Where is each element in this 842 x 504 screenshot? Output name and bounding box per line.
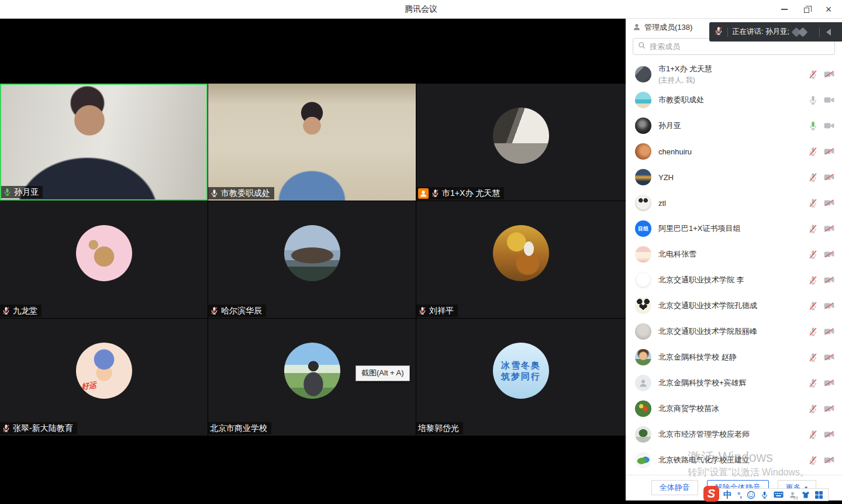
member-avatar — [635, 143, 651, 160]
mic-toggle-icon[interactable] — [808, 378, 818, 388]
member-name: 市1+X办 尤天慧 — [658, 64, 808, 74]
video-tile[interactable]: 刘祥平 — [416, 201, 626, 318]
camera-toggle-icon[interactable] — [824, 225, 834, 232]
member-avatar — [635, 426, 651, 443]
member-avatar — [635, 195, 651, 211]
camera-toggle-icon[interactable] — [824, 379, 834, 386]
camera-toggle-icon[interactable] — [824, 96, 834, 103]
keyboard-icon[interactable] — [774, 491, 784, 498]
camera-toggle-icon[interactable] — [824, 354, 834, 361]
account-icon[interactable]: 28 — [789, 491, 796, 499]
member-name: 北京金隅科技学校 赵静 — [658, 352, 808, 363]
camera-toggle-icon[interactable] — [824, 302, 834, 309]
camera-toggle-icon[interactable] — [824, 199, 834, 206]
video-tile[interactable]: 孙月亚 — [0, 84, 208, 201]
member-row[interactable]: 北京交通职业技术学院孔德成 — [626, 293, 842, 319]
member-row[interactable]: 北京商贸学校苗冰 — [626, 396, 842, 422]
search-input[interactable] — [650, 42, 830, 51]
camera-toggle-icon[interactable] — [824, 277, 834, 284]
member-row[interactable]: chenhuiru — [626, 139, 842, 164]
participant-name-label: 孙月亚 — [1, 186, 43, 198]
meeting-logo-icon — [792, 26, 815, 39]
mic-toggle-icon[interactable] — [808, 455, 818, 465]
member-avatar — [635, 118, 651, 134]
main-area: 孙月亚 市教委职成处 市1+X办 尤天慧 九龙堂 哈尔滨华辰 刘祥平好运 张翠-… — [0, 19, 842, 504]
mic-toggle-icon[interactable] — [808, 224, 818, 234]
video-tile[interactable]: 好运 张翠-新大陆教育 — [0, 319, 208, 436]
member-row[interactable]: 北京金隅科技学校+宾雄辉 — [626, 370, 842, 396]
member-avatar — [635, 401, 651, 417]
video-tile[interactable]: 哈尔滨华辰 — [208, 201, 416, 318]
member-row[interactable]: 北京交通职业技术学院殷丽峰 — [626, 319, 842, 344]
mic-toggle-icon[interactable] — [808, 327, 818, 337]
mute-all-button[interactable]: 全体静音 — [651, 480, 698, 495]
member-avatar — [635, 323, 651, 340]
voice-input-icon[interactable] — [761, 491, 768, 499]
restore-button[interactable] — [795, 0, 817, 19]
window-title: 腾讯会议 — [0, 0, 842, 18]
participant-name-label: 培黎郭岱光 — [416, 422, 463, 434]
mic-toggle-icon[interactable] — [808, 172, 818, 182]
mic-toggle-icon[interactable] — [808, 95, 818, 105]
mic-toggle-icon[interactable] — [808, 275, 818, 285]
participant-name-label: 北京市商业学校 — [208, 422, 271, 434]
collapse-arrow-icon[interactable] — [826, 29, 831, 36]
member-name: 北京铁路电气化学校王建立 — [658, 455, 808, 465]
mic-toggle-icon[interactable] — [808, 70, 818, 80]
camera-toggle-icon[interactable] — [824, 405, 834, 412]
video-tile[interactable]: 九龙堂 — [0, 201, 208, 318]
member-row[interactable]: 北电科张雪 — [626, 241, 842, 267]
camera-toggle-icon[interactable] — [824, 328, 834, 335]
toolbox-icon[interactable] — [815, 491, 823, 499]
camera-toggle-icon[interactable] — [824, 71, 834, 78]
member-row[interactable]: 北京铁路电气化学校王建立 — [626, 447, 842, 473]
mic-status-icon — [3, 188, 12, 196]
mic-toggle-icon[interactable] — [808, 404, 818, 414]
ime-punctuation[interactable]: °, — [737, 491, 741, 499]
camera-toggle-icon[interactable] — [824, 148, 834, 155]
member-avatar: 目组 — [635, 220, 651, 237]
member-avatar — [635, 452, 651, 468]
search-icon — [638, 42, 646, 52]
participant-name-label: 九龙堂 — [0, 305, 42, 317]
skin-icon[interactable] — [802, 491, 810, 499]
video-tile[interactable]: 冰雪冬奥筑梦同行培黎郭岱光 — [416, 319, 626, 436]
mic-toggle-icon[interactable] — [808, 198, 818, 208]
mic-toggle-icon[interactable] — [808, 353, 818, 363]
member-row[interactable]: 孙月亚 — [626, 113, 842, 139]
camera-toggle-icon[interactable] — [824, 174, 834, 181]
tencent-meeting-window: { "window": { "title": "腾讯会议" }, "toast"… — [0, 0, 842, 504]
member-row[interactable]: 北京市经济管理学校应老师 — [626, 422, 842, 447]
mic-toggle-icon[interactable] — [808, 121, 818, 131]
member-avatar — [635, 66, 651, 82]
member-avatar — [635, 272, 651, 288]
participant-name-label: 市教委职成处 — [208, 187, 274, 199]
ime-mode-chinese[interactable]: 中 — [723, 489, 732, 500]
member-row[interactable]: 北京交通职业技术学院 李 — [626, 267, 842, 293]
close-button[interactable]: × — [817, 0, 840, 19]
video-tile[interactable]: 市教委职成处 — [208, 84, 416, 201]
mic-muted-icon[interactable] — [714, 26, 723, 37]
member-row[interactable]: 目组阿里巴巴1+X证书项目组 — [626, 216, 842, 241]
video-tile[interactable]: 市1+X办 尤天慧 — [416, 84, 626, 201]
member-row[interactable]: 市教委职成处 — [626, 87, 842, 113]
minimize-button[interactable] — [773, 0, 795, 19]
camera-toggle-icon[interactable] — [824, 457, 834, 464]
mic-toggle-icon[interactable] — [808, 301, 818, 311]
camera-toggle-icon[interactable] — [824, 431, 834, 438]
emoji-icon[interactable] — [747, 491, 755, 499]
sogou-logo-icon[interactable]: S — [703, 486, 719, 502]
member-name: 北京交通职业技术学院孔德成 — [658, 301, 808, 311]
camera-toggle-icon[interactable] — [824, 251, 834, 258]
member-row[interactable]: 市1+X办 尤天慧(主持人, 我) — [626, 61, 842, 87]
mic-toggle-icon[interactable] — [808, 147, 818, 157]
member-name: YZH — [658, 173, 808, 182]
member-name: chenhuiru — [658, 147, 808, 156]
camera-toggle-icon[interactable] — [824, 122, 834, 129]
member-row[interactable]: ztl — [626, 190, 842, 216]
mic-toggle-icon[interactable] — [808, 250, 818, 260]
member-name: 北京交通职业技术学院 李 — [658, 275, 808, 285]
mic-toggle-icon[interactable] — [808, 430, 818, 440]
member-row[interactable]: 北京金隅科技学校 赵静 — [626, 344, 842, 370]
member-row[interactable]: YZH — [626, 164, 842, 190]
